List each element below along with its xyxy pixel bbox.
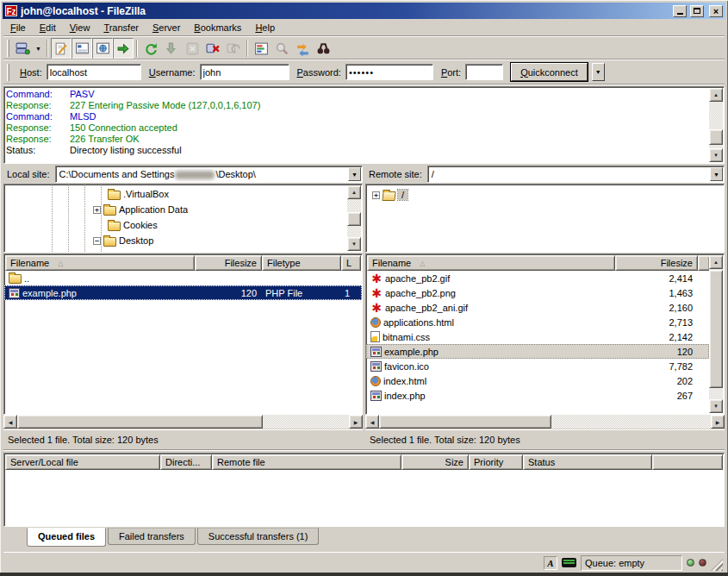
column-header-filename[interactable]: Filename△ (5, 255, 195, 271)
scroll-down-icon[interactable]: ▼ (347, 237, 361, 251)
scroll-up-icon[interactable]: ▲ (709, 88, 723, 102)
quickconnect-button[interactable]: Quickconnect (511, 63, 588, 81)
maximize-button[interactable] (690, 5, 704, 17)
toolbar-grip[interactable] (7, 40, 9, 57)
file-row[interactable]: applications.html 2,713 (366, 315, 709, 329)
column-header-filesize[interactable]: Filesize (195, 255, 262, 271)
queue-col-size[interactable]: Size (401, 454, 469, 470)
username-input[interactable] (200, 64, 289, 80)
tree-item-virtualbox[interactable]: .VirtualBox (4, 186, 362, 202)
column-header-modified[interactable]: L (341, 255, 361, 271)
synchronized-browsing-button[interactable] (292, 38, 313, 59)
tree-item-cookies[interactable]: Cookies (4, 217, 362, 233)
expand-icon[interactable]: + (372, 191, 380, 199)
file-row[interactable]: bitnami.css 2,142 (366, 329, 709, 344)
tab-successful-transfers[interactable]: Successful transfers (1) (197, 528, 320, 545)
tree-item-root[interactable]: + / (366, 187, 724, 203)
queue-col-status[interactable]: Status (523, 454, 652, 470)
refresh-button[interactable] (140, 38, 161, 59)
toggle-log-view-button[interactable] (51, 38, 72, 59)
open-folder-icon (382, 191, 395, 201)
queue-col-server-local[interactable]: Server/Local file (5, 454, 160, 470)
menu-transfer[interactable]: Transfer (96, 21, 146, 34)
speed-limit-icon[interactable] (562, 558, 576, 567)
cancel-operation-button[interactable] (182, 38, 202, 59)
file-row[interactable]: ✱apache_pb2_ani.gif 2,160 (366, 300, 709, 315)
close-button[interactable]: × (709, 5, 723, 17)
quickconnect-grip[interactable] (7, 64, 9, 81)
scroll-left-icon[interactable]: ◀ (365, 415, 379, 429)
file-row-selected[interactable]: example.php 120 (366, 344, 709, 359)
minimize-button[interactable] (673, 5, 687, 17)
log-scrollbar[interactable]: ▲ ▼ (709, 88, 723, 162)
column-header-filename[interactable]: Filename△ (367, 255, 615, 271)
queue-col-remote-file[interactable]: Remote file (212, 454, 401, 470)
host-input[interactable] (47, 64, 141, 80)
scroll-right-icon[interactable]: ▶ (711, 415, 725, 429)
combo-dropdown-icon[interactable]: ▼ (348, 167, 361, 181)
password-input[interactable] (345, 64, 433, 80)
scroll-up-icon[interactable]: ▲ (709, 255, 723, 269)
process-queue-button[interactable] (161, 38, 182, 59)
column-header-filesize[interactable]: Filesize (615, 255, 698, 271)
data-type-ascii-icon[interactable]: A (544, 556, 557, 570)
menu-file[interactable]: File (3, 21, 33, 34)
column-header-stub (698, 255, 710, 271)
menu-help[interactable]: Help (248, 21, 282, 34)
file-row-example-php[interactable]: example.php 120 PHP File 1 (4, 285, 362, 300)
toggle-queue-view-button[interactable] (113, 38, 134, 59)
queue-col-priority[interactable]: Priority (469, 454, 523, 470)
scroll-thumb[interactable] (379, 415, 551, 429)
file-row[interactable]: ✱apache_pb2.png 1,463 (366, 285, 709, 300)
remote-hscrollbar[interactable]: ◀ ▶ (365, 415, 725, 429)
remote-list-scrollbar[interactable]: ▲ ▼ (709, 255, 723, 413)
remote-site-combo[interactable]: / ▼ (427, 166, 725, 183)
file-row[interactable]: index.php 267 (366, 388, 709, 403)
directory-filter-button[interactable] (251, 38, 271, 59)
file-row[interactable]: ✱apache_pb2.gif 2,414 (366, 271, 709, 285)
quickconnect-dropdown[interactable]: ▼ (592, 63, 605, 81)
reconnect-button[interactable] (223, 38, 244, 59)
menu-view[interactable]: View (63, 21, 97, 34)
site-manager-button[interactable] (12, 38, 33, 59)
tree-item-desktop[interactable]: −Desktop (4, 233, 362, 248)
file-row-parent-dir[interactable]: .. (4, 271, 362, 285)
scroll-down-icon[interactable]: ▼ (709, 148, 723, 162)
toggle-remote-tree-button[interactable] (92, 38, 113, 59)
menu-edit[interactable]: Edit (33, 21, 63, 34)
find-files-button[interactable] (313, 38, 333, 59)
queue-col-direction[interactable]: Directi... (160, 454, 212, 470)
port-input[interactable] (465, 64, 503, 80)
toggle-local-tree-button[interactable] (72, 38, 92, 59)
scroll-thumb[interactable] (17, 415, 263, 429)
collapse-icon[interactable]: − (93, 237, 101, 245)
title-bar[interactable]: Fz john@localhost - FileZilla × (3, 3, 725, 19)
local-site-combo[interactable]: C:\Documents and Settings\Desktop\ ▼ (55, 166, 363, 183)
scroll-right-icon[interactable]: ▶ (349, 415, 363, 429)
local-hscrollbar[interactable]: ◀ ▶ (3, 415, 363, 429)
site-manager-dropdown[interactable]: ▼ (33, 38, 44, 59)
disconnect-button[interactable] (202, 38, 223, 59)
resize-grip[interactable] (711, 559, 723, 571)
tree-item-application-data[interactable]: +Application Data (4, 202, 362, 217)
directory-comparison-button[interactable] (271, 38, 292, 59)
column-header-filetype[interactable]: Filetype (262, 255, 341, 271)
tab-queued-files[interactable]: Queued files (27, 528, 106, 547)
file-row[interactable]: favicon.ico 7,782 (366, 359, 709, 373)
sort-ascending-icon: △ (420, 260, 425, 267)
file-row[interactable]: index.html 202 (366, 373, 709, 388)
combo-dropdown-icon[interactable]: ▼ (710, 167, 723, 181)
scroll-thumb[interactable] (709, 129, 723, 145)
scroll-up-icon[interactable]: ▲ (347, 185, 361, 199)
scroll-left-icon[interactable]: ◀ (3, 415, 17, 429)
scroll-thumb[interactable] (347, 212, 361, 226)
scroll-thumb[interactable] (709, 270, 723, 388)
tab-failed-transfers[interactable]: Failed transfers (108, 528, 196, 545)
php-file-icon (370, 347, 382, 357)
local-tree-scrollbar[interactable]: ▲ ▼ (347, 185, 361, 251)
scroll-down-icon[interactable]: ▼ (709, 399, 723, 413)
menu-bookmarks[interactable]: Bookmarks (187, 21, 248, 34)
local-site-row: Local site: C:\Documents and Settings\De… (3, 166, 363, 183)
menu-server[interactable]: Server (146, 21, 187, 34)
expand-icon[interactable]: + (93, 206, 101, 214)
